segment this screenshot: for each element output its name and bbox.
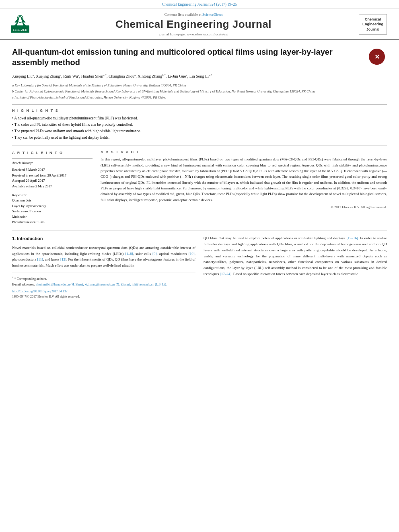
history-label: Article history: bbox=[12, 160, 93, 166]
journal-ref: Chemical Engineering Journal 324 (2017) … bbox=[162, 2, 237, 6]
col-abstract: A B S T R A C T In this report, all-quan… bbox=[101, 150, 387, 225]
banner-right: Chemical Engineering Journal bbox=[355, 14, 391, 35]
banner-center: Contents lists available at ScienceDirec… bbox=[32, 12, 355, 36]
accepted-date: Accepted 29 April 2017 bbox=[12, 178, 93, 184]
elsevier-logo: ELSEVIER bbox=[8, 14, 32, 35]
affiliation-b: b Center for Advanced Optoelectronic Fun… bbox=[12, 89, 387, 94]
homepage-line: journal homepage: www.elsevier.com/locat… bbox=[40, 32, 347, 36]
ref-9[interactable]: [9] bbox=[152, 252, 157, 256]
footnote-corresponding: * * Corresponding authors. bbox=[12, 275, 195, 281]
affiliation-c: c Institute of Photo-biophysics, School … bbox=[12, 95, 387, 100]
copyright-line: © 2017 Elsevier B.V. All rights reserved… bbox=[101, 205, 387, 209]
keyword-3: Surface modification bbox=[12, 209, 93, 214]
keyword-4: Multicolor bbox=[12, 214, 93, 220]
keyword-5: Photoluminescent films bbox=[12, 220, 93, 225]
article-info-title: A R T I C L E I N F O bbox=[12, 150, 93, 156]
intro-col2-text: QD films that may be used to explore pot… bbox=[204, 235, 387, 277]
footnote-emails: shenhuaibin@henu.edu.cn (H. Shen), xtzha… bbox=[36, 283, 167, 286]
received-date: Received 5 March 2017 bbox=[12, 167, 93, 173]
abstract-title: A B S T R A C T bbox=[101, 150, 387, 154]
keywords-label: Keywords: bbox=[12, 193, 93, 198]
journal-top-header: Chemical Engineering Journal 324 (2017) … bbox=[0, 0, 399, 8]
footnote-email-label: E-mail addresses: shenhuaibin@henu.edu.c… bbox=[12, 282, 195, 288]
body-col-right: QD films that may be used to explore pot… bbox=[204, 235, 387, 300]
ref-1-8[interactable]: [1–8] bbox=[125, 252, 133, 256]
highlight-item: The color and PL intensities of these hy… bbox=[12, 121, 387, 128]
journal-banner: ELSEVIER Contents lists available at Sci… bbox=[0, 8, 399, 40]
keywords-section: Keywords: Quantum dots Layer-by-layer as… bbox=[12, 193, 93, 226]
crossmark: ✕ bbox=[367, 47, 387, 67]
highlights-list: A novel all-quantum-dot multilayer photo… bbox=[12, 115, 387, 141]
keyword-2: Layer-by-layer assembly bbox=[12, 203, 93, 209]
article-info: A R T I C L E I N F O Article history: R… bbox=[12, 150, 93, 225]
banner-left: ELSEVIER bbox=[8, 14, 32, 35]
ref-10[interactable]: [10] bbox=[189, 252, 195, 256]
banner-right-box: Chemical Engineering Journal bbox=[359, 14, 387, 35]
sciencedirect-link[interactable]: ScienceDirect bbox=[202, 12, 222, 16]
abstract-section: A B S T R A C T In this report, all-quan… bbox=[101, 150, 387, 209]
article-content: All-quantum-dot emission tuning and mult… bbox=[0, 40, 399, 307]
journal-title: Chemical Engineering Journal bbox=[40, 18, 347, 31]
introduction-heading: 1. Introduction bbox=[12, 235, 195, 242]
highlight-item: A novel all-quantum-dot multilayer photo… bbox=[12, 115, 387, 121]
divider-2 bbox=[12, 146, 387, 146]
doi-line[interactable]: http://dx.doi.org/10.1016/j.cej.2017.04.… bbox=[12, 289, 195, 294]
body-columns: 1. Introduction Novel materials based on… bbox=[12, 235, 387, 300]
affiliation-a: a Key Laboratory for Special Functional … bbox=[12, 83, 387, 88]
col-article-info: A R T I C L E I N F O Article history: R… bbox=[12, 150, 93, 225]
sciencedirect-line: Contents lists available at ScienceDirec… bbox=[40, 12, 347, 16]
ref-17-24[interactable]: [17–24] bbox=[220, 272, 232, 276]
article-title: All-quantum-dot emission tuning and mult… bbox=[12, 47, 387, 68]
issn-line: 1385-8947/© 2017 Elsevier B.V. All right… bbox=[12, 294, 195, 300]
highlights-section: H I G H L I G H T S A novel all-quantum-… bbox=[12, 109, 387, 141]
ref-12[interactable]: [12] bbox=[60, 257, 66, 261]
keyword-1: Quantum dots bbox=[12, 198, 93, 203]
body-col-left: 1. Introduction Novel materials based on… bbox=[12, 235, 195, 300]
footnote-section: * * Corresponding authors. E-mail addres… bbox=[12, 273, 195, 300]
divider-1 bbox=[12, 104, 387, 105]
page: Chemical Engineering Journal 324 (2017) … bbox=[0, 0, 399, 532]
highlight-item: The prepared PLFs were uniform and smoot… bbox=[12, 128, 387, 134]
highlight-item: They can be potentially used in the ligh… bbox=[12, 134, 387, 141]
available-date: Available online 2 May 2017 bbox=[12, 184, 93, 189]
article-info-abstract: A R T I C L E I N F O Article history: R… bbox=[12, 150, 387, 225]
ref-13-16[interactable]: [13–16] bbox=[346, 236, 358, 240]
divider-3 bbox=[12, 230, 387, 230]
svg-rect-4 bbox=[19, 27, 21, 30]
authors: Xueping Liua, Xuejing Zhanga, Ruili Wua,… bbox=[12, 73, 387, 80]
highlights-label: H I G H L I G H T S bbox=[12, 109, 387, 113]
svg-text:✕: ✕ bbox=[374, 53, 380, 60]
ref-11[interactable]: [11] bbox=[37, 257, 43, 261]
revised-date: Received in revised form 28 April 2017 bbox=[12, 173, 93, 179]
intro-col1-text: Novel materials based on colloidal semic… bbox=[12, 245, 195, 269]
affiliations: a Key Laboratory for Special Functional … bbox=[12, 83, 387, 100]
abstract-text: In this report, all-quantum-dot multilay… bbox=[101, 156, 387, 203]
